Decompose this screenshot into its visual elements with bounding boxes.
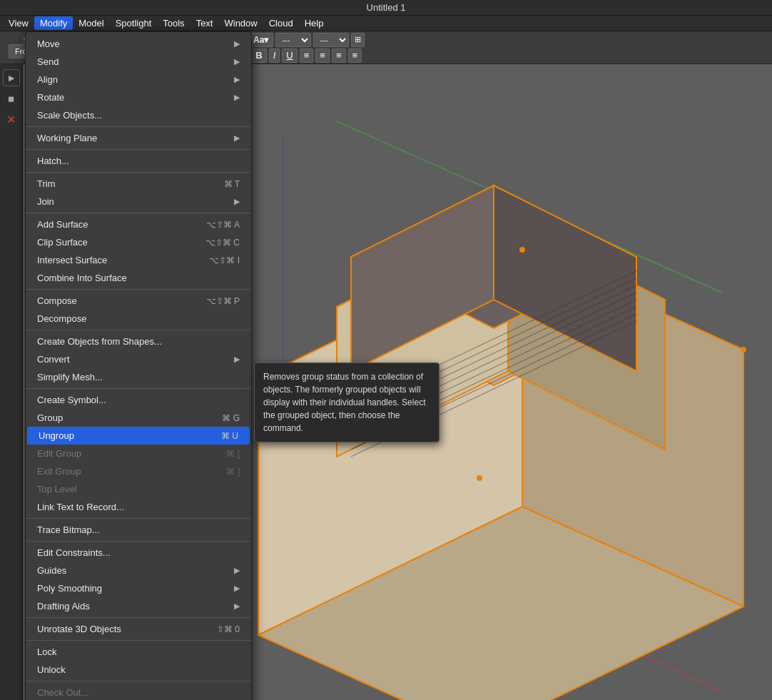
working-plane-arrow: ▶ [234,133,240,143]
left-sidebar: ▶ ◼ ✕ [0,64,23,700]
separator-10 [26,617,251,618]
separator-5 [26,289,251,290]
menu-item-link-text-record[interactable]: Link Text to Record... [26,498,251,516]
compose-shortcut: ⌥⇧⌘ P [206,296,240,306]
align-justify-button[interactable]: ≡ [348,49,362,63]
separator-4 [26,213,251,213]
unrotate-shortcut: ⇧⌘ 0 [217,624,240,634]
group-shortcut: ⌘ G [222,413,240,423]
menubar-item-model[interactable]: Model [73,16,109,30]
sidebar-icon-x[interactable]: ✕ [3,111,20,128]
menubar-item-text[interactable]: Text [191,16,219,30]
add-surface-shortcut: ⌥⇧⌘ A [206,220,240,230]
menu-item-rotate[interactable]: Rotate ▶ [26,88,251,106]
modify-dropdown-menu: Move ▶ Send ▶ Align ▶ Rotate ▶ Scale Obj… [25,31,252,700]
separator-12 [26,681,251,681]
svg-point-25 [741,347,746,352]
clip-surface-shortcut: ⌥⇧⌘ C [205,238,240,248]
guides-arrow: ▶ [234,566,240,575]
menu-item-decompose[interactable]: Decompose [26,310,251,328]
intersect-surface-shortcut: ⌥⇧⌘ I [209,255,240,265]
menu-item-send[interactable]: Send ▶ [26,53,251,71]
menu-item-join[interactable]: Join ▶ [26,193,251,210]
convert-arrow: ▶ [234,355,240,364]
trim-shortcut: ⌘ T [224,179,240,189]
underline-button[interactable]: U [282,49,297,63]
svg-point-24 [519,247,525,253]
move-arrow: ▶ [234,39,240,49]
menu-item-align[interactable]: Align ▶ [26,71,251,88]
grid-icon-button[interactable]: ⊞ [351,33,365,47]
separator-11 [26,640,251,641]
menu-item-unrotate-3d[interactable]: Unrotate 3D Objects ⇧⌘ 0 [26,620,251,638]
poly-smoothing-arrow: ▶ [234,584,240,593]
ungroup-shortcut: ⌘ U [221,431,238,441]
dash-select-1[interactable]: --- [275,33,311,47]
title-bar: Untitled 1 [0,0,772,16]
italic-button[interactable]: I [269,49,280,63]
menu-item-drafting-aids[interactable]: Drafting Aids ▶ [26,597,251,615]
menu-item-unlock[interactable]: Unlock [26,661,251,679]
separator-6 [26,330,251,330]
menu-item-hatch[interactable]: Hatch... [26,152,251,170]
align-center-button[interactable]: ≡ [315,49,330,63]
menu-item-create-symbol[interactable]: Create Symbol... [26,391,251,409]
title-bar-title: Untitled 1 [367,2,406,13]
menu-item-trim[interactable]: Trim ⌘ T [26,175,251,193]
menu-item-edit-constraints[interactable]: Edit Constraints... [26,544,251,562]
tooltip-text: Removes group status from a collection o… [263,372,425,433]
menu-item-compose[interactable]: Compose ⌥⇧⌘ P [26,292,251,310]
menubar: View Modify Model Spotlight Tools Text W… [0,16,772,31]
menu-item-scale-objects[interactable]: Scale Objects... [26,106,251,124]
menubar-item-cloud[interactable]: Cloud [263,16,299,30]
edit-group-shortcut: ⌘ [ [226,449,240,459]
menubar-item-tools[interactable]: Tools [157,16,190,30]
menubar-item-view[interactable]: View [3,16,34,30]
menubar-item-modify[interactable]: Modify [34,16,73,30]
join-arrow: ▶ [234,197,240,206]
separator-3 [26,172,251,173]
menu-item-simplify-mesh[interactable]: Simplify Mesh... [26,368,251,386]
exit-group-shortcut: ⌘ ] [226,467,240,477]
menu-item-top-level: Top Level [26,480,251,498]
menu-item-trace-bitmap[interactable]: Trace Bitmap... [26,521,251,539]
ungroup-tooltip: Removes group status from a collection o… [254,362,440,442]
menu-item-ungroup[interactable]: Ungroup ⌘ U [27,427,250,445]
menubar-item-help[interactable]: Help [299,16,330,30]
separator-8 [26,518,251,519]
menu-item-working-plane[interactable]: Working Plane ▶ [26,129,251,147]
menu-item-lock[interactable]: Lock [26,643,251,661]
separator-2 [26,149,251,150]
separator-7 [26,388,251,389]
menu-item-move[interactable]: Move ▶ [26,35,251,53]
menu-item-intersect-surface[interactable]: Intersect Surface ⌥⇧⌘ I [26,251,251,269]
toolbar-text-section: Aa▾ --- --- ⊞ B I U ≡ ≡ ≡ ≡ [244,34,369,61]
menu-item-combine-into-surface[interactable]: Combine Into Surface [26,269,251,287]
bold-button[interactable]: B [251,49,266,63]
sidebar-icon-1[interactable]: ▶ [3,69,20,86]
menubar-item-spotlight[interactable]: Spotlight [110,16,158,30]
menu-item-check-out: Check Out... [26,684,251,700]
align-right-button[interactable]: ≡ [332,49,346,63]
menu-item-convert[interactable]: Convert ▶ [26,350,251,368]
menu-item-add-surface[interactable]: Add Surface ⌥⇧⌘ A [26,215,251,233]
menu-item-exit-group: Exit Group ⌘ ] [26,462,251,480]
sidebar-icon-2[interactable]: ◼ [3,90,20,107]
drafting-aids-arrow: ▶ [234,602,240,611]
svg-point-26 [477,475,482,481]
menu-item-clip-surface[interactable]: Clip Surface ⌥⇧⌘ C [26,233,251,251]
align-arrow: ▶ [234,75,240,84]
font-button[interactable]: Aa▾ [248,33,273,47]
menu-item-create-objects[interactable]: Create Objects from Shapes... [26,333,251,350]
separator-1 [26,126,251,127]
menu-item-poly-smoothing[interactable]: Poly Smoothing ▶ [26,579,251,597]
separator-9 [26,541,251,542]
menu-item-edit-group: Edit Group ⌘ [ [26,445,251,462]
menu-item-guides[interactable]: Guides ▶ [26,562,251,579]
send-arrow: ▶ [234,57,240,66]
align-left-button[interactable]: ≡ [300,49,314,63]
menu-item-group[interactable]: Group ⌘ G [26,409,251,427]
menubar-item-window[interactable]: Window [218,16,263,30]
rotate-arrow: ▶ [234,93,240,102]
dash-select-2[interactable]: --- [313,33,349,47]
